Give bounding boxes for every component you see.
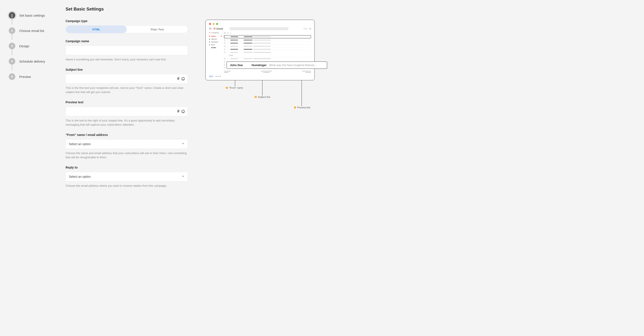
field-preview-text: Preview text # This is the text to the r… — [66, 100, 188, 127]
annotation-subject-line: ? Subject line — [254, 96, 270, 98]
message-row: ☆ — [224, 48, 311, 51]
step-label: Design — [19, 44, 30, 48]
message-row: ☆ — [224, 44, 311, 48]
field-label: Campaign type — [66, 19, 188, 23]
input-wrap: # — [66, 107, 188, 116]
settings-form: Set Basic Settings Campaign type HTML Pl… — [66, 7, 188, 329]
select-all-checkbox-icon — [224, 32, 226, 34]
more-vert-icon — [230, 32, 231, 34]
info-badge-icon: ? — [254, 96, 257, 98]
field-help: Choose the email address where you want … — [66, 184, 188, 188]
step-preview[interactable]: 5 Preview — [9, 69, 52, 84]
field-label: Preview text — [66, 100, 188, 104]
sample-from-name: John Doe — [230, 64, 243, 67]
field-from-name: "From" name / email address Select an op… — [66, 133, 188, 159]
campaign-type-toggle: HTML Plain Text — [66, 25, 188, 33]
input-wrap — [66, 46, 188, 55]
field-label: Subject line — [66, 68, 188, 71]
step-label: Set basic settings — [19, 14, 45, 17]
hamburger-icon — [209, 28, 211, 30]
search-bar-placeholder — [230, 27, 288, 30]
refresh-icon — [227, 32, 229, 34]
step-schedule[interactable]: 4 Schedule delivery — [9, 54, 52, 69]
window-traffic-lights — [206, 20, 314, 27]
folder-drafts: Drafts — [209, 47, 222, 49]
gmail-mockup-window: MGmail +Compose Inbox Starred Snoozed Se… — [206, 20, 315, 80]
message-row: ☆ — [224, 38, 311, 41]
field-help: Name it something you will remember. Don… — [66, 57, 188, 62]
campaign-type-plain[interactable]: Plain Text — [127, 26, 188, 33]
message-row: ☆ — [224, 57, 311, 60]
reply-to-select[interactable]: Select an option — [66, 172, 188, 182]
merge-tag-icon[interactable]: # — [177, 109, 180, 114]
inbox-preview-illustration: MGmail +Compose Inbox Starred Snoozed Se… — [206, 7, 328, 329]
step-label: Choose email list — [19, 29, 44, 33]
svg-point-2 — [184, 78, 184, 79]
page-title: Set Basic Settings — [66, 7, 188, 12]
campaign-name-input[interactable] — [66, 46, 188, 55]
sample-preview-text: - What was the New Englend Ratriots... — [266, 64, 317, 67]
gmail-footer-icons — [209, 76, 220, 77]
field-reply-to: Reply to Select an option Choose the ema… — [66, 166, 188, 188]
field-campaign-type: Campaign type HTML Plain Text — [66, 19, 188, 33]
annotation-preview-text: ? Preview text — [294, 106, 310, 109]
gmail-sidebar: +Compose Inbox Starred Snoozed Sent Draf… — [209, 32, 222, 74]
category-gtd: ˄GTD — [224, 54, 311, 57]
svg-point-4 — [182, 111, 183, 111]
chevron-down-icon — [182, 142, 185, 146]
svg-point-0 — [182, 77, 185, 80]
gmail-logo: MGmail — [214, 27, 223, 30]
field-campaign-name: Campaign name Name it something you will… — [66, 39, 188, 62]
campaign-type-html[interactable]: HTML — [66, 26, 127, 33]
svg-point-3 — [182, 110, 185, 113]
step-number: 5 — [9, 73, 15, 80]
field-subject-line: Subject line # This is the first text yo… — [66, 68, 188, 94]
subject-line-input[interactable] — [66, 74, 177, 83]
wizard-stepper: 1 Set basic settings 2 Choose email list… — [9, 7, 52, 329]
field-label: "From" name / email address — [66, 133, 188, 137]
emoji-picker-icon[interactable] — [181, 109, 185, 113]
footer-dots-icon — [216, 76, 220, 77]
folder-starred: Starred — [209, 38, 222, 40]
traffic-green-icon — [216, 23, 218, 25]
emoji-picker-icon[interactable] — [181, 77, 185, 81]
message-row: ☆ — [224, 41, 311, 44]
traffic-red-icon — [209, 23, 211, 25]
svg-point-1 — [182, 78, 183, 79]
apps-grid-icon — [304, 29, 307, 29]
step-design[interactable]: 3 Design — [9, 38, 52, 54]
message-row: ☆ — [224, 35, 311, 38]
info-badge-icon: ? — [294, 106, 296, 109]
compose-button: +Compose — [209, 32, 222, 34]
select-placeholder: Select an option — [69, 142, 91, 146]
step-label: Preview — [19, 75, 31, 79]
sample-email-row: John Doe Humdinger - What was the New En… — [226, 62, 327, 69]
svg-point-5 — [184, 111, 184, 111]
folder-inbox: Inbox — [209, 35, 222, 37]
traffic-yellow-icon — [213, 23, 214, 25]
select-placeholder: Select an option — [69, 175, 91, 179]
folder-snoozed: Snoozed — [209, 41, 222, 43]
chevron-down-icon — [182, 175, 185, 179]
preview-text-input[interactable] — [66, 107, 177, 116]
info-badge-icon: ? — [226, 87, 228, 89]
from-name-select[interactable]: Select an option — [66, 139, 188, 149]
annotation-from-name: ? "From" name — [226, 86, 243, 89]
field-label: Campaign name — [66, 39, 188, 43]
menu-lines-icon — [209, 76, 213, 77]
sample-subject: Humdinger — [252, 64, 266, 67]
folder-sent: Sent — [209, 44, 222, 46]
input-wrap: # — [66, 74, 188, 84]
field-help: Choose the name and email address that y… — [66, 151, 188, 159]
field-label: Reply to — [66, 166, 188, 169]
list-toolbar — [224, 32, 311, 34]
message-row: ☆ — [224, 51, 311, 54]
step-label: Schedule delivery — [19, 60, 45, 63]
step-choose-list[interactable]: 2 Choose email list — [9, 23, 52, 38]
merge-tag-icon[interactable]: # — [177, 76, 180, 81]
gear-icon — [309, 28, 311, 30]
step-basic-settings[interactable]: 1 Set basic settings — [9, 8, 52, 23]
field-help: This is the text to the right of your su… — [66, 118, 188, 127]
field-help: This is the first text your recipients w… — [66, 86, 188, 94]
